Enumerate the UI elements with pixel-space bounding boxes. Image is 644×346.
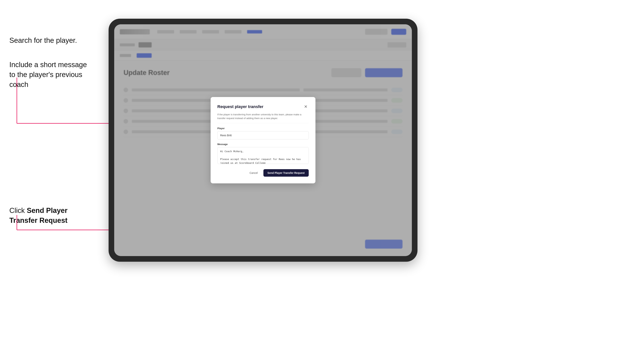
- modal-header: Request player transfer ✕: [217, 104, 309, 110]
- annotation-search-text: Search for the player.: [9, 35, 77, 45]
- modal-dialog: Request player transfer ✕ If the player …: [210, 97, 316, 183]
- tablet-screen: Update Roster: [114, 24, 412, 256]
- message-textarea[interactable]: Hi Coach McHarg, Please accept this tran…: [217, 147, 309, 164]
- modal-title: Request player transfer: [217, 104, 264, 109]
- modal-description: If the player is transferring from anoth…: [217, 113, 309, 123]
- tablet-container: Update Roster: [108, 19, 418, 262]
- message-field-label: Message: [217, 143, 309, 146]
- modal-overlay: Request player transfer ✕ If the player …: [114, 24, 412, 256]
- modal-close-button[interactable]: ✕: [303, 104, 309, 110]
- send-player-transfer-request-button[interactable]: Send Player Transfer Request: [264, 169, 309, 177]
- modal-footer: Cancel Send Player Transfer Request: [217, 169, 309, 177]
- annotation-area: Search for the player. Include a short m…: [0, 0, 108, 346]
- annotation-message-text: Include a short message to the player's …: [9, 60, 99, 90]
- annotation-click-text: Click Send PlayerTransfer Request: [9, 206, 99, 225]
- player-field-label: Player: [217, 127, 309, 130]
- player-input[interactable]: [217, 131, 309, 140]
- tablet-outer: Update Roster: [108, 19, 418, 262]
- cancel-button[interactable]: Cancel: [246, 170, 261, 176]
